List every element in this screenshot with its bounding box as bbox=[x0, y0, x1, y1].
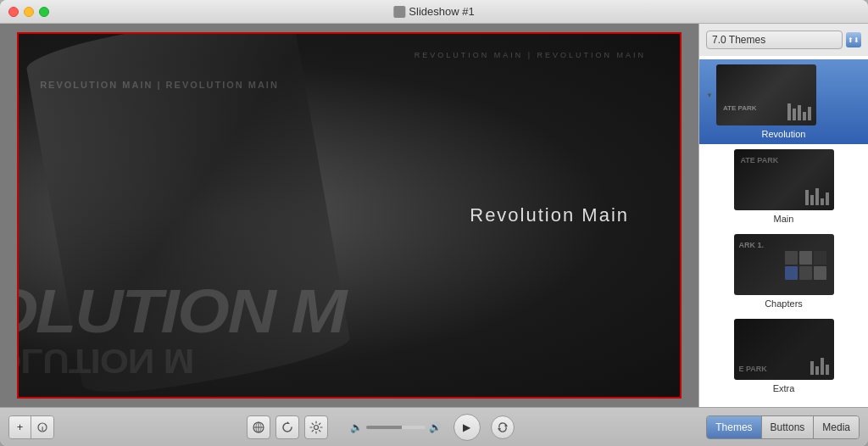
title-label: Slideshow #1 bbox=[409, 5, 474, 18]
refresh-button[interactable] bbox=[275, 415, 299, 439]
loop-icon bbox=[496, 421, 509, 434]
content-area: REVOLUTION MAIN | REVOLUTION MAIN OLUTIO… bbox=[0, 24, 868, 407]
right-panel: 7.0 Themes ⬆⬇ ▼ bbox=[698, 24, 868, 407]
thumb-bars bbox=[787, 103, 811, 120]
titlebar: Slideshow #1 bbox=[0, 0, 868, 24]
themes-dropdown[interactable]: 7.0 Themes bbox=[706, 31, 843, 49]
theme-item-revolution[interactable]: ▼ Revolution bbox=[699, 59, 868, 144]
bar2 bbox=[793, 109, 796, 120]
main-window: Slideshow #1 REVOLUTION MAIN | REVOLUTIO… bbox=[0, 0, 868, 446]
themes-dropdown-label: 7.0 Themes bbox=[712, 34, 765, 46]
toolbar-center: 🔈 🔊 ▶ bbox=[54, 414, 706, 441]
minimize-button[interactable] bbox=[24, 7, 34, 17]
bar5 bbox=[808, 107, 811, 120]
tab-buttons[interactable]: Buttons bbox=[762, 416, 815, 438]
play-button[interactable]: ▶ bbox=[453, 414, 481, 441]
loop-button[interactable] bbox=[491, 415, 515, 439]
chapters-grid bbox=[785, 251, 827, 280]
volume-slider[interactable] bbox=[366, 426, 426, 429]
thumb-bars-extra bbox=[810, 358, 829, 375]
maximize-button[interactable] bbox=[39, 7, 49, 17]
settings-icon bbox=[309, 421, 323, 434]
theme-name-chapters: Chapters bbox=[765, 298, 803, 309]
toolbar-left: + i bbox=[8, 415, 54, 439]
preview-watermark: REVOLUTION MAIN | REVOLUTION MAIN bbox=[415, 51, 646, 59]
themes-dropdown-row: 7.0 Themes ⬆⬇ bbox=[699, 24, 868, 56]
svg-marker-6 bbox=[287, 421, 290, 424]
network-button[interactable] bbox=[247, 415, 270, 439]
thumb-bars-main bbox=[805, 188, 829, 205]
add-button[interactable]: + bbox=[9, 416, 31, 438]
preview-panel: REVOLUTION MAIN | REVOLUTION MAIN OLUTIO… bbox=[0, 24, 698, 407]
svg-text:i: i bbox=[42, 424, 43, 432]
close-button[interactable] bbox=[8, 7, 19, 17]
volume-low-icon: 🔈 bbox=[350, 421, 363, 433]
settings-button[interactable] bbox=[304, 415, 328, 439]
theme-item-extra[interactable]: E PARK Extra bbox=[699, 314, 868, 399]
theme-name-main: Main bbox=[774, 214, 794, 224]
refresh-icon bbox=[281, 421, 294, 434]
preview-inner: REVOLUTION MAIN | REVOLUTION MAIN OLUTIO… bbox=[17, 32, 682, 399]
theme-thumb-revolution bbox=[716, 64, 816, 125]
tab-media[interactable]: Media bbox=[814, 416, 859, 438]
theme-list[interactable]: ▼ Revolution bbox=[699, 56, 868, 407]
toolbar-right: Themes Buttons Media bbox=[706, 415, 860, 439]
view-tab-group: Themes Buttons Media bbox=[706, 415, 860, 439]
network-icon bbox=[252, 421, 265, 434]
theme-thumb-extra: E PARK bbox=[734, 319, 834, 380]
bar4 bbox=[803, 112, 806, 120]
cylinder-text: REVOLUTION MAIN | REVOLUTION MAIN bbox=[40, 80, 279, 90]
theme-thumb-chapters: ARK 1. bbox=[734, 234, 834, 295]
tab-themes[interactable]: Themes bbox=[707, 416, 761, 438]
add-info-group: + i bbox=[8, 415, 54, 439]
toolbar: + i bbox=[0, 407, 868, 446]
volume-high-icon: 🔊 bbox=[429, 421, 442, 433]
theme-name-extra: Extra bbox=[773, 383, 795, 393]
bar1 bbox=[787, 103, 791, 120]
info-icon: i bbox=[37, 422, 47, 432]
window-title: Slideshow #1 bbox=[393, 5, 474, 18]
theme-thumb-main: ATE PARK bbox=[734, 149, 834, 210]
theme-name-revolution: Revolution bbox=[762, 129, 806, 139]
traffic-lights bbox=[8, 7, 49, 17]
volume-section: 🔈 🔊 bbox=[350, 421, 442, 433]
slideshow-icon bbox=[393, 6, 405, 18]
info-button[interactable]: i bbox=[31, 416, 53, 438]
big-preview-text-reflected: OLUTION M bbox=[17, 342, 193, 380]
bar3 bbox=[798, 105, 801, 120]
svg-point-7 bbox=[314, 425, 318, 429]
big-preview-text: OLUTION M bbox=[17, 276, 345, 346]
theme-item-chapters[interactable]: ARK 1. Chapters bbox=[699, 229, 868, 314]
theme-item-main[interactable]: ATE PARK Main bbox=[699, 144, 868, 229]
theme-preview-label: Revolution Main bbox=[470, 204, 629, 226]
expand-arrow-icon: ▼ bbox=[706, 92, 713, 99]
dropdown-arrow-icon[interactable]: ⬆⬇ bbox=[846, 32, 861, 47]
